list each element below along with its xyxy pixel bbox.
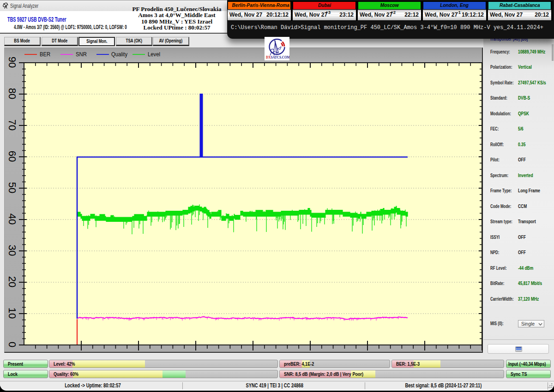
svg-text:DXSATCS.COM: DXSATCS.COM [266, 56, 289, 59]
